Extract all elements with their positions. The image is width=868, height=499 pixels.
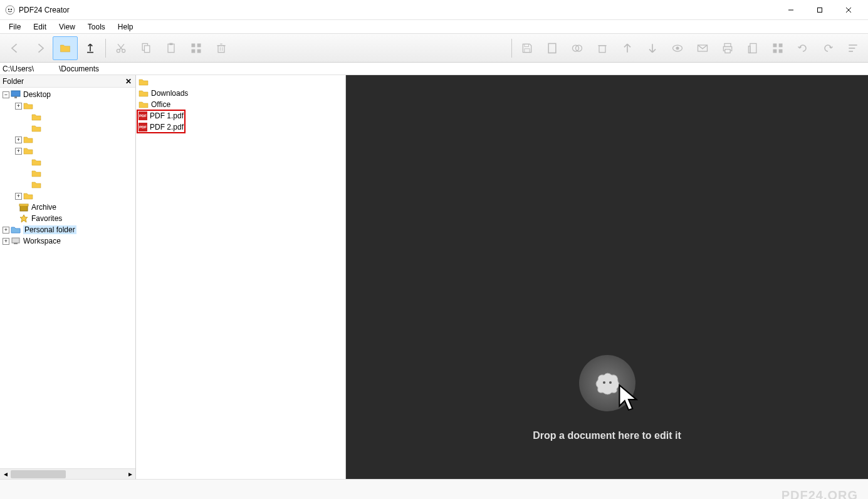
select-all-button[interactable] xyxy=(184,36,209,60)
svg-rect-51 xyxy=(12,238,19,243)
close-button[interactable] xyxy=(834,0,863,20)
menu-help[interactable]: Help xyxy=(112,21,140,33)
file-item-pdf1[interactable]: PDFPDF 1.pdf xyxy=(137,110,185,121)
copy-button[interactable] xyxy=(133,36,159,60)
svg-rect-41 xyxy=(779,43,783,47)
print-button[interactable] xyxy=(715,36,740,60)
tree-header-label: Folder xyxy=(3,77,124,86)
menu-tools[interactable]: Tools xyxy=(81,21,112,33)
tree-item-desktop[interactable]: − Desktop xyxy=(0,89,135,100)
nav-forward-button[interactable] xyxy=(28,36,53,60)
email-button[interactable] xyxy=(690,36,715,60)
fax-button[interactable] xyxy=(740,36,765,60)
folder-icon xyxy=(31,113,41,121)
status-bar: PDF24.ORG xyxy=(0,479,868,499)
sort-button[interactable] xyxy=(840,36,865,60)
svg-rect-42 xyxy=(773,49,777,53)
tree-item-folder[interactable] xyxy=(0,168,135,179)
tree-hscrollbar[interactable]: ◂ ▸ xyxy=(0,468,135,479)
menu-file[interactable]: File xyxy=(3,21,27,33)
selected-pdf-group: PDFPDF 1.pdf PDFPDF 2.pdf xyxy=(137,110,185,133)
path-bar: C:\Users\ \Documents xyxy=(0,63,868,75)
desktop-icon xyxy=(11,90,21,99)
save-button[interactable] xyxy=(515,36,540,60)
tree-item-folder[interactable] xyxy=(0,123,135,134)
scroll-right-icon[interactable]: ▸ xyxy=(125,469,135,480)
folder-icon xyxy=(23,192,33,200)
svg-rect-40 xyxy=(773,43,777,47)
svg-rect-15 xyxy=(170,43,173,44)
svg-rect-18 xyxy=(192,49,196,53)
svg-rect-38 xyxy=(750,43,756,53)
delete-button[interactable] xyxy=(209,36,234,60)
folder-tree-panel: Folder ✕ − Desktop + + + + Archive Favor… xyxy=(0,75,136,479)
svg-rect-37 xyxy=(725,49,730,53)
personal-folder-icon xyxy=(11,225,21,234)
grid-button[interactable] xyxy=(765,36,790,60)
file-item-office[interactable]: Office xyxy=(137,99,344,110)
file-item-folder[interactable] xyxy=(137,76,344,88)
file-item-pdf2[interactable]: PDFPDF 2.pdf xyxy=(137,121,185,133)
tree-item-workspace[interactable]: +Workspace xyxy=(0,235,135,247)
file-label: PDF 1.pdf xyxy=(150,111,184,120)
tree-item-archive[interactable]: Archive xyxy=(0,202,135,213)
tree-item-folder[interactable]: + xyxy=(0,100,135,111)
tree-item-folder[interactable] xyxy=(0,111,135,123)
file-label: Office xyxy=(151,100,170,109)
delete-doc-button[interactable] xyxy=(590,36,615,60)
open-folder-button[interactable] xyxy=(53,36,78,60)
move-up-button[interactable] xyxy=(615,36,640,60)
preview-button[interactable] xyxy=(665,36,690,60)
file-item-downloads[interactable]: Downloads xyxy=(137,88,344,99)
move-down-button[interactable] xyxy=(640,36,665,60)
svg-rect-17 xyxy=(197,43,201,47)
cursor-icon xyxy=(613,383,644,414)
tree-body[interactable]: − Desktop + + + + Archive Favorites +Per… xyxy=(0,88,135,468)
svg-rect-14 xyxy=(168,44,174,52)
svg-rect-39 xyxy=(748,46,750,53)
svg-rect-13 xyxy=(145,45,150,52)
rotate-right-button[interactable] xyxy=(815,36,840,60)
svg-point-2 xyxy=(11,8,12,9)
svg-rect-25 xyxy=(525,44,529,46)
folder-icon xyxy=(31,169,41,178)
file-list-panel[interactable]: Downloads Office PDFPDF 1.pdf PDFPDF 2.p… xyxy=(136,75,346,479)
drop-zone[interactable]: Drop a document here to edit it xyxy=(346,75,868,479)
tree-close-button[interactable]: ✕ xyxy=(124,77,133,86)
cut-button[interactable] xyxy=(108,36,133,60)
svg-rect-48 xyxy=(14,96,17,98)
tree-item-folder[interactable]: + xyxy=(0,134,135,145)
tree-item-folder[interactable]: + xyxy=(0,145,135,157)
up-folder-button[interactable] xyxy=(78,36,103,60)
folder-icon xyxy=(31,180,41,189)
minimize-button[interactable] xyxy=(776,0,805,20)
svg-rect-19 xyxy=(197,49,201,53)
scroll-left-icon[interactable]: ◂ xyxy=(0,469,11,480)
svg-rect-47 xyxy=(11,91,20,96)
svg-rect-20 xyxy=(218,45,224,52)
svg-point-53 xyxy=(603,381,605,384)
scroll-thumb[interactable] xyxy=(11,470,66,478)
file-label: PDF 2.pdf xyxy=(150,123,184,131)
tree-item-favorites[interactable]: Favorites xyxy=(0,213,135,224)
menu-edit[interactable]: Edit xyxy=(27,21,53,33)
tree-item-folder[interactable]: + xyxy=(0,190,135,202)
tree-item-folder[interactable] xyxy=(0,157,135,168)
rotate-left-button[interactable] xyxy=(790,36,815,60)
svg-point-0 xyxy=(6,6,14,14)
paste-button[interactable] xyxy=(159,36,184,60)
maximize-button[interactable] xyxy=(805,0,834,20)
tree-header: Folder ✕ xyxy=(0,75,135,88)
new-doc-button[interactable] xyxy=(540,36,565,60)
brand-text: PDF24.ORG xyxy=(782,488,858,499)
title-bar: PDF24 Creator xyxy=(0,0,868,20)
tree-item-personal[interactable]: +Personal folder xyxy=(0,224,135,235)
tree-item-folder[interactable] xyxy=(0,179,135,190)
tree-label: Personal folder xyxy=(23,225,76,234)
nav-back-button[interactable] xyxy=(3,36,28,60)
svg-rect-43 xyxy=(779,49,783,53)
window-title: PDF24 Creator xyxy=(19,6,70,14)
svg-rect-4 xyxy=(818,8,822,12)
join-button[interactable] xyxy=(565,36,590,60)
menu-view[interactable]: View xyxy=(53,21,81,33)
